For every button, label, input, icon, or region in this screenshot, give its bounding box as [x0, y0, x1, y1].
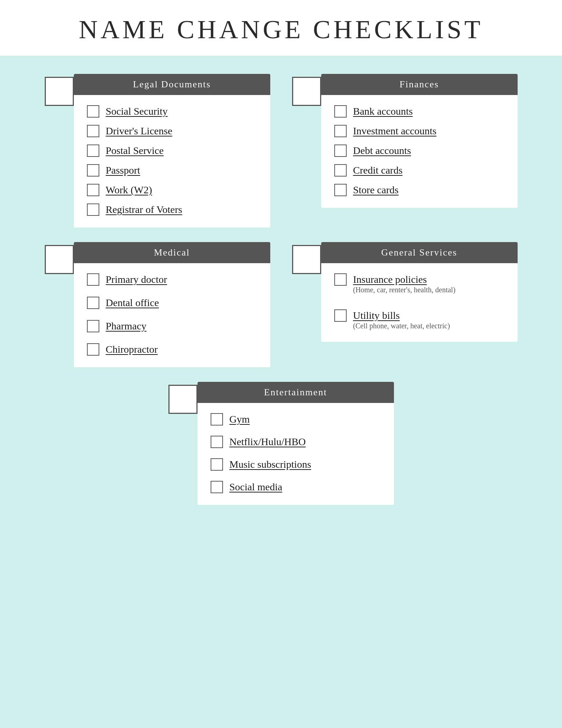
item-label-passport: Passport [106, 165, 140, 176]
entertainment-section-card: Entertainment Gym Netflix/Hulu/HBO Music… [198, 382, 394, 505]
entertainment-section-body: Gym Netflix/Hulu/HBO Music subscriptions… [198, 403, 394, 505]
list-item: Social media [211, 481, 381, 493]
item-label-pharmacy: Pharmacy [106, 320, 147, 332]
item-label-social-media: Social media [230, 481, 282, 493]
legal-section-header: Legal Documents [74, 74, 270, 95]
row-2: Medical Primary doctor Dental office Pha… [45, 242, 518, 367]
item-checkbox-investment-accounts[interactable] [334, 125, 347, 137]
list-item: Social Security [87, 105, 257, 118]
item-checkbox-dental-office[interactable] [87, 297, 99, 309]
list-item: Chiropractor [87, 343, 257, 356]
finances-section-header: Finances [321, 74, 518, 95]
list-item: Music subscriptions [211, 458, 381, 471]
item-label-netflix: Netflix/Hulu/HBO [230, 436, 306, 448]
item-checkbox-utility-bills[interactable] [334, 309, 347, 322]
list-item: Investment accounts [334, 125, 505, 137]
finances-section-checkbox[interactable] [292, 77, 321, 106]
item-checkbox-work-w2[interactable] [87, 184, 99, 196]
list-item: Gym [211, 413, 381, 426]
item-checkbox-social-security[interactable] [87, 105, 99, 118]
item-checkbox-music-subscriptions[interactable] [211, 458, 223, 471]
item-checkbox-chiropractor[interactable] [87, 343, 99, 356]
entertainment-section-checkbox[interactable] [168, 385, 198, 414]
list-item: Store cards [334, 184, 505, 196]
item-label-utility-bills: Utility bills [353, 310, 400, 321]
entertainment-section-wrapper: Entertainment Gym Netflix/Hulu/HBO Music… [168, 382, 394, 505]
item-label-debt-accounts: Debt accounts [353, 145, 411, 157]
utility-sublabel: (Cell phone, water, heat, electric) [353, 322, 505, 330]
item-label-bank-accounts: Bank accounts [353, 106, 413, 117]
item-label-insurance-policies: Insurance policies [353, 274, 427, 285]
entertainment-section-header: Entertainment [198, 382, 394, 403]
item-label-work-w2: Work (W2) [106, 184, 152, 196]
list-item: Work (W2) [87, 184, 257, 196]
list-item: Utility bills [334, 309, 505, 322]
medical-section-card: Medical Primary doctor Dental office Pha… [74, 242, 270, 367]
item-checkbox-store-cards[interactable] [334, 184, 347, 196]
page-title: NAME CHANGE CHECKLIST [0, 15, 562, 45]
item-checkbox-netflix[interactable] [211, 436, 223, 448]
list-item: Driver's License [87, 125, 257, 137]
item-label-registrar: Registrar of Voters [106, 204, 183, 215]
item-checkbox-insurance-policies[interactable] [334, 273, 347, 286]
general-section-header: General Services [321, 242, 518, 263]
item-checkbox-registrar[interactable] [87, 203, 99, 216]
item-label-dental-office: Dental office [106, 297, 159, 309]
finances-section-wrapper: Finances Bank accounts Investment accoun… [292, 74, 518, 228]
general-section-card: General Services Insurance policies (Hom… [321, 242, 518, 342]
item-checkbox-bank-accounts[interactable] [334, 105, 347, 118]
general-section-wrapper: General Services Insurance policies (Hom… [292, 242, 518, 367]
medical-section-wrapper: Medical Primary doctor Dental office Pha… [45, 242, 270, 367]
item-label-chiropractor: Chiropractor [106, 344, 158, 355]
general-section-checkbox[interactable] [292, 245, 321, 274]
legal-section-checkbox[interactable] [45, 77, 74, 106]
header-bar: NAME CHANGE CHECKLIST [0, 0, 562, 56]
medical-section-checkbox[interactable] [45, 245, 74, 274]
item-label-music-subscriptions: Music subscriptions [230, 459, 311, 470]
row-3: Entertainment Gym Netflix/Hulu/HBO Music… [45, 382, 518, 505]
item-label-social-security: Social Security [106, 106, 168, 117]
list-item: Primary doctor [87, 273, 257, 286]
item-checkbox-drivers-license[interactable] [87, 125, 99, 137]
item-checkbox-debt-accounts[interactable] [334, 145, 347, 157]
legal-section-card: Legal Documents Social Security Driver's… [74, 74, 270, 228]
item-label-store-cards: Store cards [353, 184, 399, 196]
list-item: Insurance policies [334, 273, 505, 286]
item-checkbox-postal-service[interactable] [87, 145, 99, 157]
list-item: Registrar of Voters [87, 203, 257, 216]
item-label-credit-cards: Credit cards [353, 165, 403, 176]
list-item: Bank accounts [334, 105, 505, 118]
general-section-body: Insurance policies (Home, car, renter's,… [321, 263, 518, 342]
insurance-sublabel: (Home, car, renter's, health, dental) [353, 286, 505, 294]
item-label-investment-accounts: Investment accounts [353, 125, 437, 137]
item-label-gym: Gym [230, 414, 250, 425]
list-item: Debt accounts [334, 145, 505, 157]
list-item: Netflix/Hulu/HBO [211, 436, 381, 448]
main-content: Legal Documents Social Security Driver's… [45, 74, 518, 527]
finances-section-card: Finances Bank accounts Investment accoun… [321, 74, 518, 208]
row-1: Legal Documents Social Security Driver's… [45, 74, 518, 228]
list-item: Credit cards [334, 164, 505, 177]
list-item: Postal Service [87, 145, 257, 157]
medical-section-body: Primary doctor Dental office Pharmacy Ch… [74, 263, 270, 367]
item-label-postal-service: Postal Service [106, 145, 164, 157]
list-item: Pharmacy [87, 320, 257, 332]
legal-section-body: Social Security Driver's License Postal … [74, 95, 270, 228]
legal-section-wrapper: Legal Documents Social Security Driver's… [45, 74, 270, 228]
finances-section-body: Bank accounts Investment accounts Debt a… [321, 95, 518, 208]
list-item: Passport [87, 164, 257, 177]
item-checkbox-primary-doctor[interactable] [87, 273, 99, 286]
list-item: Dental office [87, 297, 257, 309]
item-checkbox-gym[interactable] [211, 413, 223, 426]
item-label-drivers-license: Driver's License [106, 125, 172, 137]
item-checkbox-pharmacy[interactable] [87, 320, 99, 332]
item-label-primary-doctor: Primary doctor [106, 274, 167, 285]
item-checkbox-social-media[interactable] [211, 481, 223, 493]
item-checkbox-credit-cards[interactable] [334, 164, 347, 177]
item-checkbox-passport[interactable] [87, 164, 99, 177]
medical-section-header: Medical [74, 242, 270, 263]
